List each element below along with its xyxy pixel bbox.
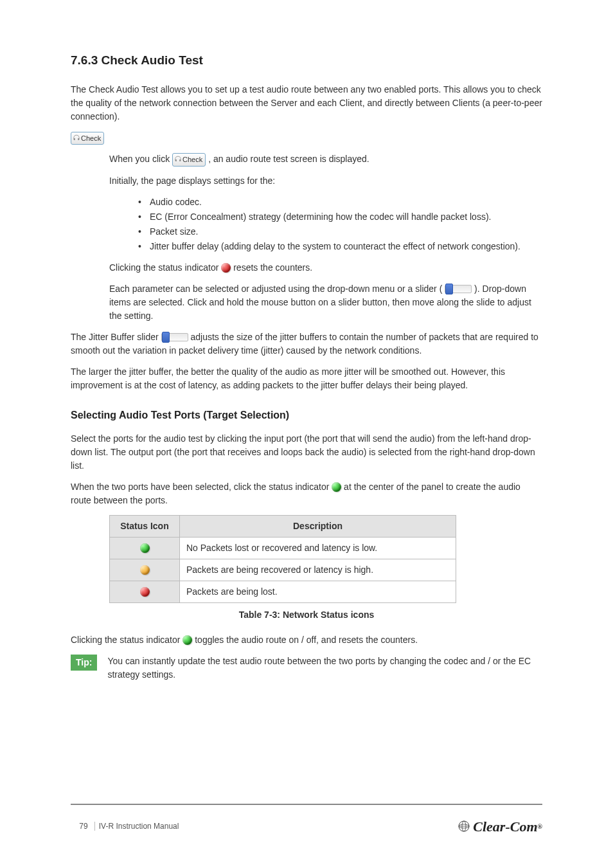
list-item: EC (Error Concealment) strategy (determi… — [138, 210, 542, 224]
slider-icon[interactable] — [161, 333, 188, 341]
table-row: No Packets lost or recovered and latency… — [110, 537, 456, 559]
table-header: Description — [180, 515, 456, 537]
page-number: 79 — [79, 822, 87, 831]
paragraph: When the two ports have been selected, c… — [71, 480, 542, 507]
paragraph: When you click Check , an audio route te… — [109, 152, 542, 167]
check-button-row: Check — [71, 131, 542, 145]
tip-block: Tip: You can instantly update the test a… — [71, 655, 542, 682]
table-caption: Table 7-3: Network Status icons — [71, 608, 542, 622]
paragraph: Select the ports for the audio test by c… — [71, 432, 542, 473]
paragraph: The Jitter Buffer slider adjusts the siz… — [71, 330, 542, 357]
green-status-icon — [140, 543, 150, 553]
paragraph: Each parameter can be selected or adjust… — [109, 282, 542, 323]
tip-label: Tip: — [71, 655, 97, 671]
subsection-heading: Selecting Audio Test Ports (Target Selec… — [71, 408, 542, 423]
section-heading: 7.6.3 Check Audio Test — [71, 51, 542, 70]
headset-icon — [73, 134, 80, 142]
paragraph: Clicking the status indicator resets the… — [109, 261, 542, 275]
green-status-icon — [182, 635, 192, 645]
check-button-inline[interactable]: Check — [71, 132, 104, 145]
slider-icon[interactable] — [445, 285, 472, 293]
list-item: Audio codec. — [138, 195, 542, 209]
table-header: Status Icon — [110, 515, 180, 537]
status-table: Status Icon Description No Packets lost … — [109, 515, 456, 603]
paragraph: Initially, the page displays settings fo… — [109, 174, 542, 188]
red-status-icon — [140, 587, 150, 597]
paragraph: Clicking the status indicator toggles th… — [71, 633, 542, 647]
table-cell: No Packets lost or recovered and latency… — [180, 537, 456, 559]
table-cell: Packets are being recovered or latency i… — [180, 559, 456, 581]
registered-icon: ® — [538, 822, 542, 831]
list-item: Packet size. — [138, 225, 542, 239]
paragraph: The Check Audio Test allows you to set u… — [71, 83, 542, 123]
orange-status-icon — [140, 565, 150, 575]
headset-icon — [174, 156, 182, 163]
green-status-icon — [332, 482, 341, 492]
footer-doc-title: IV-R Instruction Manual — [99, 822, 179, 831]
bullet-list: Audio codec. EC (Error Concealment) stra… — [71, 195, 542, 253]
brand-logo: Clear-Com® — [458, 816, 542, 837]
globe-icon — [458, 820, 470, 833]
check-button-inline[interactable]: Check — [172, 153, 206, 167]
footer: 79 IV-R Instruction Manual Clear-Com® — [71, 804, 542, 844]
table-row: Packets are being recovered or latency i… — [110, 559, 456, 581]
red-status-icon — [221, 263, 231, 273]
table-cell: Packets are being lost. — [180, 581, 456, 602]
list-item: Jitter buffer delay (adding delay to the… — [138, 240, 542, 253]
table-row: Packets are being lost. — [110, 581, 456, 602]
tip-text: You can instantly update the test audio … — [107, 655, 542, 682]
paragraph: The larger the jitter buffer, the better… — [71, 365, 542, 392]
